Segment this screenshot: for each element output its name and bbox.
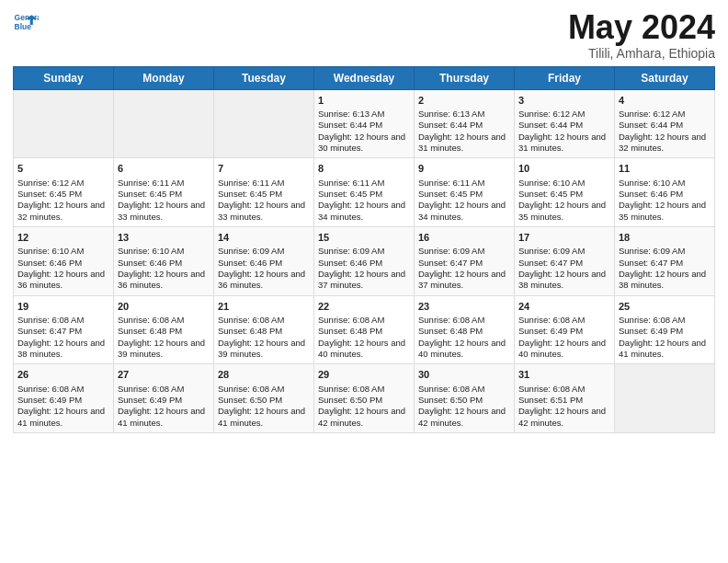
day-info: Sunrise: 6:12 AM <box>619 109 711 120</box>
svg-text:Blue: Blue <box>15 22 32 31</box>
day-info: Daylight: 12 hours and 40 minutes. <box>518 338 610 361</box>
day-number: 8 <box>318 162 410 175</box>
day-info: Sunrise: 6:12 AM <box>518 109 610 120</box>
day-info: Sunset: 6:45 PM <box>418 189 510 200</box>
day-info: Daylight: 12 hours and 36 minutes. <box>17 269 109 292</box>
day-info: Sunrise: 6:08 AM <box>218 384 310 395</box>
day-number: 5 <box>17 162 109 175</box>
week-row-0: 1Sunrise: 6:13 AMSunset: 6:44 PMDaylight… <box>14 89 715 158</box>
day-info: Daylight: 12 hours and 42 minutes. <box>318 406 410 429</box>
day-info: Sunset: 6:49 PM <box>17 395 109 406</box>
logo: General Blue <box>13 9 39 35</box>
day-number: 6 <box>118 162 210 175</box>
day-number: 10 <box>518 162 610 175</box>
day-info: Sunrise: 6:13 AM <box>418 109 510 120</box>
day-info: Sunset: 6:44 PM <box>418 120 510 131</box>
day-info: Daylight: 12 hours and 34 minutes. <box>418 200 510 223</box>
day-info: Daylight: 12 hours and 33 minutes. <box>218 200 310 223</box>
calendar-cell: 3Sunrise: 6:12 AMSunset: 6:44 PMDaylight… <box>515 89 615 158</box>
day-info: Daylight: 12 hours and 40 minutes. <box>318 338 410 361</box>
day-info: Sunrise: 6:10 AM <box>118 246 210 257</box>
day-info: Daylight: 12 hours and 41 minutes. <box>118 406 210 429</box>
day-info: Sunrise: 6:11 AM <box>218 178 310 189</box>
day-info: Sunset: 6:47 PM <box>619 258 711 269</box>
day-info: Sunrise: 6:08 AM <box>17 315 109 326</box>
week-row-4: 26Sunrise: 6:08 AMSunset: 6:49 PMDayligh… <box>14 364 715 433</box>
calendar-cell: 4Sunrise: 6:12 AMSunset: 6:44 PMDaylight… <box>615 89 715 158</box>
calendar-cell: 29Sunrise: 6:08 AMSunset: 6:50 PMDayligh… <box>314 364 415 433</box>
calendar-cell: 17Sunrise: 6:09 AMSunset: 6:47 PMDayligh… <box>515 226 615 295</box>
day-info: Sunrise: 6:08 AM <box>518 315 610 326</box>
calendar-cell: 27Sunrise: 6:08 AMSunset: 6:49 PMDayligh… <box>114 364 214 433</box>
calendar-cell: 7Sunrise: 6:11 AMSunset: 6:45 PMDaylight… <box>214 158 314 227</box>
day-info: Daylight: 12 hours and 31 minutes. <box>518 132 610 155</box>
day-number: 18 <box>619 231 711 244</box>
calendar-cell: 16Sunrise: 6:09 AMSunset: 6:47 PMDayligh… <box>415 226 515 295</box>
header-day-tuesday: Tuesday <box>214 66 314 89</box>
day-number: 11 <box>619 162 711 175</box>
calendar-cell: 25Sunrise: 6:08 AMSunset: 6:49 PMDayligh… <box>615 295 715 364</box>
calendar-cell: 11Sunrise: 6:10 AMSunset: 6:46 PMDayligh… <box>615 158 715 227</box>
day-number: 25 <box>619 300 711 313</box>
day-number: 16 <box>418 231 510 244</box>
day-info: Sunrise: 6:08 AM <box>118 384 210 395</box>
day-info: Sunset: 6:48 PM <box>118 326 210 337</box>
day-info: Sunrise: 6:10 AM <box>619 178 711 189</box>
day-info: Sunset: 6:44 PM <box>619 120 711 131</box>
day-info: Sunset: 6:46 PM <box>218 258 310 269</box>
day-info: Sunset: 6:45 PM <box>518 189 610 200</box>
day-info: Sunrise: 6:10 AM <box>17 246 109 257</box>
day-info: Daylight: 12 hours and 31 minutes. <box>418 132 510 155</box>
day-info: Sunset: 6:47 PM <box>17 326 109 337</box>
calendar-cell: 2Sunrise: 6:13 AMSunset: 6:44 PMDaylight… <box>415 89 515 158</box>
day-info: Daylight: 12 hours and 39 minutes. <box>218 338 310 361</box>
calendar-cell <box>14 89 114 158</box>
day-number: 4 <box>619 94 711 107</box>
day-number: 28 <box>218 368 310 381</box>
day-info: Sunrise: 6:08 AM <box>418 315 510 326</box>
day-info: Sunrise: 6:09 AM <box>318 246 410 257</box>
day-info: Sunset: 6:47 PM <box>518 258 610 269</box>
day-info: Sunrise: 6:08 AM <box>318 315 410 326</box>
day-info: Daylight: 12 hours and 41 minutes. <box>17 406 109 429</box>
day-number: 26 <box>17 368 109 381</box>
day-number: 9 <box>418 162 510 175</box>
logo-icon: General Blue <box>13 9 39 35</box>
title-block: May 2024 Tilili, Amhara, Ethiopia <box>568 9 715 61</box>
day-info: Sunset: 6:46 PM <box>17 258 109 269</box>
calendar-cell <box>214 89 314 158</box>
day-info: Sunset: 6:46 PM <box>619 189 711 200</box>
day-info: Sunrise: 6:11 AM <box>418 178 510 189</box>
calendar-cell: 21Sunrise: 6:08 AMSunset: 6:48 PMDayligh… <box>214 295 314 364</box>
day-info: Sunset: 6:45 PM <box>118 189 210 200</box>
day-info: Daylight: 12 hours and 40 minutes. <box>418 338 510 361</box>
week-row-2: 12Sunrise: 6:10 AMSunset: 6:46 PMDayligh… <box>14 226 715 295</box>
header-day-monday: Monday <box>114 66 214 89</box>
calendar-cell: 26Sunrise: 6:08 AMSunset: 6:49 PMDayligh… <box>14 364 114 433</box>
day-info: Sunset: 6:45 PM <box>318 189 410 200</box>
day-info: Sunset: 6:46 PM <box>318 258 410 269</box>
day-number: 22 <box>318 300 410 313</box>
day-info: Sunset: 6:49 PM <box>619 326 711 337</box>
day-info: Sunrise: 6:09 AM <box>218 246 310 257</box>
day-number: 1 <box>318 94 410 107</box>
calendar-cell <box>114 89 214 158</box>
day-info: Sunrise: 6:12 AM <box>17 178 109 189</box>
header-day-friday: Friday <box>515 66 615 89</box>
day-info: Daylight: 12 hours and 34 minutes. <box>318 200 410 223</box>
day-number: 12 <box>17 231 109 244</box>
day-info: Daylight: 12 hours and 36 minutes. <box>218 269 310 292</box>
day-info: Daylight: 12 hours and 35 minutes. <box>619 200 711 223</box>
day-info: Daylight: 12 hours and 36 minutes. <box>118 269 210 292</box>
day-info: Sunrise: 6:08 AM <box>17 384 109 395</box>
calendar-cell: 31Sunrise: 6:08 AMSunset: 6:51 PMDayligh… <box>515 364 615 433</box>
day-info: Sunrise: 6:09 AM <box>518 246 610 257</box>
day-info: Sunrise: 6:09 AM <box>418 246 510 257</box>
calendar-cell: 14Sunrise: 6:09 AMSunset: 6:46 PMDayligh… <box>214 226 314 295</box>
day-number: 30 <box>418 368 510 381</box>
main-title: May 2024 <box>568 9 715 46</box>
day-info: Daylight: 12 hours and 30 minutes. <box>318 132 410 155</box>
day-number: 19 <box>17 300 109 313</box>
day-info: Sunset: 6:45 PM <box>17 189 109 200</box>
calendar-cell: 6Sunrise: 6:11 AMSunset: 6:45 PMDaylight… <box>114 158 214 227</box>
